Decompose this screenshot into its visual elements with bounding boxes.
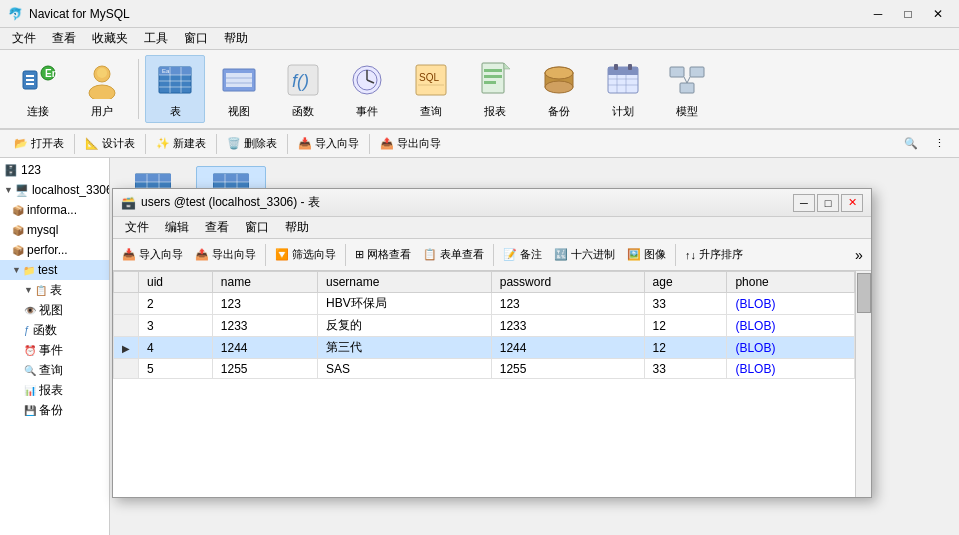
toolbar-user[interactable]: 用户 [72, 55, 132, 123]
design-table-button[interactable]: 📐 设计表 [79, 133, 141, 155]
cell-age[interactable]: 12 [644, 315, 727, 337]
dialog-menu-window[interactable]: 窗口 [237, 217, 277, 238]
dialog-notes-button[interactable]: 📝 备注 [498, 243, 547, 267]
cell-phone[interactable]: (BLOB) [727, 293, 855, 315]
toolbar-function[interactable]: f() 函数 [273, 55, 333, 123]
col-header-username[interactable]: username [318, 272, 492, 293]
svg-rect-41 [614, 64, 618, 70]
sidebar-item-event[interactable]: ⏰ 事件 [0, 340, 109, 360]
sidebar-item-mysql[interactable]: 📦 mysql [0, 220, 109, 240]
dialog-close-button[interactable]: ✕ [841, 194, 863, 212]
dialog-form-view-button[interactable]: 📋 表单查看 [418, 243, 489, 267]
sidebar-item-func[interactable]: ƒ 函数 [0, 320, 109, 340]
export-wizard-button[interactable]: 📤 导出向导 [374, 133, 447, 155]
cell-name[interactable]: 123 [212, 293, 317, 315]
dialog-image-button[interactable]: 🖼️ 图像 [622, 243, 671, 267]
menu-help[interactable]: 帮助 [216, 28, 256, 49]
cell-age[interactable]: 12 [644, 337, 727, 359]
toolbar-backup[interactable]: 备份 [529, 55, 589, 123]
sidebar-item-tables[interactable]: ▼ 📋 表 [0, 280, 109, 300]
table-row[interactable]: 31233反复的123312(BLOB) [114, 315, 855, 337]
col-header-name[interactable]: name [212, 272, 317, 293]
dialog-hex-button[interactable]: 🔣 十六进制 [549, 243, 620, 267]
dialog-minimize-button[interactable]: ─ [793, 194, 815, 212]
cell-password[interactable]: 1233 [491, 315, 644, 337]
toolbar-schedule[interactable]: 计划 [593, 55, 653, 123]
cell-name[interactable]: 1255 [212, 359, 317, 379]
cell-uid[interactable]: 3 [139, 315, 213, 337]
cell-password[interactable]: 1244 [491, 337, 644, 359]
cell-age[interactable]: 33 [644, 359, 727, 379]
dialog-menu-help[interactable]: 帮助 [277, 217, 317, 238]
dialog-sort-button[interactable]: ↑↓ 升序排序 [680, 243, 748, 267]
menu-view[interactable]: 查看 [44, 28, 84, 49]
cell-age[interactable]: 33 [644, 293, 727, 315]
toolbar-view[interactable]: 视图 [209, 55, 269, 123]
menu-file[interactable]: 文件 [4, 28, 44, 49]
col-header-uid[interactable]: uid [139, 272, 213, 293]
dialog-menu-edit[interactable]: 编辑 [157, 217, 197, 238]
sidebar-label-localhost: localhost_3306 [32, 183, 110, 197]
toolbar-model[interactable]: 模型 [657, 55, 717, 123]
sidebar-item-123[interactable]: 🗄️ 123 [0, 160, 109, 180]
dialog-menu-file[interactable]: 文件 [117, 217, 157, 238]
cell-password[interactable]: 1255 [491, 359, 644, 379]
cell-phone[interactable]: (BLOB) [727, 337, 855, 359]
cell-phone[interactable]: (BLOB) [727, 359, 855, 379]
cell-uid[interactable]: 4 [139, 337, 213, 359]
import-wizard-button[interactable]: 📥 导入向导 [292, 133, 365, 155]
toolbar-event[interactable]: 事件 [337, 55, 397, 123]
open-table-button[interactable]: 📂 打开表 [8, 133, 70, 155]
sidebar-item-report[interactable]: 📊 报表 [0, 380, 109, 400]
dialog-import-button[interactable]: 📥 导入向导 [117, 243, 188, 267]
table-row[interactable]: 2123HBV环保局12333(BLOB) [114, 293, 855, 315]
dialog-form-icon: 📋 [423, 248, 437, 261]
dialog-grid-view-button[interactable]: ⊞ 网格查看 [350, 243, 416, 267]
cell-username[interactable]: HBV环保局 [318, 293, 492, 315]
table-row[interactable]: 51255SAS125533(BLOB) [114, 359, 855, 379]
menu-window[interactable]: 窗口 [176, 28, 216, 49]
cell-username[interactable]: 反复的 [318, 315, 492, 337]
dialog-menu-view[interactable]: 查看 [197, 217, 237, 238]
sidebar-item-informa[interactable]: 📦 informa... [0, 200, 109, 220]
sidebar-item-perfor[interactable]: 📦 perfor... [0, 240, 109, 260]
toolbar-report[interactable]: 报表 [465, 55, 525, 123]
close-button[interactable]: ✕ [925, 4, 951, 24]
col-header-password[interactable]: password [491, 272, 644, 293]
scrollbar-thumb[interactable] [857, 273, 871, 313]
toolbar-table[interactable]: Ea 表 [145, 55, 205, 123]
vertical-scrollbar[interactable] [855, 271, 871, 497]
col-header-age[interactable]: age [644, 272, 727, 293]
toolbar-connect[interactable]: En 连接 [8, 55, 68, 123]
toolbar-query[interactable]: SQL 查询 [401, 55, 461, 123]
cell-username[interactable]: SAS [318, 359, 492, 379]
dialog-filter-button[interactable]: 🔽 筛选向导 [270, 243, 341, 267]
sidebar-item-localhost[interactable]: ▼ 🖥️ localhost_3306 [0, 180, 109, 200]
table-row[interactable]: ▶41244第三代124412(BLOB) [114, 337, 855, 359]
more-button[interactable]: ⋮ [927, 133, 951, 155]
cell-password[interactable]: 123 [491, 293, 644, 315]
col-header-phone[interactable]: phone [727, 272, 855, 293]
search-button[interactable]: 🔍 [899, 133, 923, 155]
cell-uid[interactable]: 2 [139, 293, 213, 315]
sidebar-item-backup[interactable]: 💾 备份 [0, 400, 109, 420]
menu-tools[interactable]: 工具 [136, 28, 176, 49]
cell-name[interactable]: 1244 [212, 337, 317, 359]
menu-favorites[interactable]: 收藏夹 [84, 28, 136, 49]
dialog-expand-button[interactable]: » [851, 243, 867, 267]
cell-uid[interactable]: 5 [139, 359, 213, 379]
cell-phone[interactable]: (BLOB) [727, 315, 855, 337]
sidebar-item-test[interactable]: ▼ 📁 test [0, 260, 109, 280]
new-table-button[interactable]: ✨ 新建表 [150, 133, 212, 155]
maximize-button[interactable]: □ [895, 4, 921, 24]
minimize-button[interactable]: ─ [865, 4, 891, 24]
toolbar-model-label: 模型 [676, 104, 698, 119]
cell-name[interactable]: 1233 [212, 315, 317, 337]
dialog-maximize-button[interactable]: □ [817, 194, 839, 212]
sidebar-item-query[interactable]: 🔍 查询 [0, 360, 109, 380]
dialog-export-button[interactable]: 📤 导出向导 [190, 243, 261, 267]
sidebar-item-views[interactable]: 👁️ 视图 [0, 300, 109, 320]
tree-arrow-test: ▼ [12, 265, 21, 275]
delete-table-button[interactable]: 🗑️ 删除表 [221, 133, 283, 155]
cell-username[interactable]: 第三代 [318, 337, 492, 359]
